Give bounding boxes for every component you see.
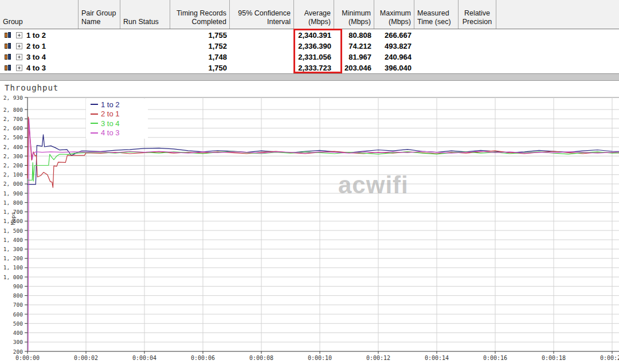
cell-timing_records: 1,750 xyxy=(170,64,230,72)
y-tick-label: 600 xyxy=(13,311,23,318)
throughput-chart-pane: Throughput 2, 9302, 8002, 7002, 6002, 50… xyxy=(0,81,619,364)
x-tick-label: 0:00:00 xyxy=(15,355,40,361)
expand-plus-icon[interactable] xyxy=(16,43,22,49)
y-tick-label: 1, 400 xyxy=(3,237,23,243)
column-header-pair_group_name[interactable]: Pair Group Name xyxy=(79,0,120,29)
column-header-group[interactable]: Group xyxy=(0,0,79,29)
group-cell: 3 to 4 xyxy=(0,53,79,61)
y-tick-label: 1, 300 xyxy=(3,246,23,252)
series-line-4-to-3 xyxy=(28,119,619,351)
y-tick-label: 300 xyxy=(13,339,23,345)
group-cell: 2 to 1 xyxy=(0,42,79,50)
column-header-run_status[interactable]: Run Status xyxy=(120,0,170,29)
cell-timing_records: 1,755 xyxy=(170,31,230,40)
expand-plus-icon[interactable] xyxy=(16,65,22,71)
pair-group-icon xyxy=(5,43,12,49)
x-tick-label: 0:00:14 xyxy=(425,355,449,361)
column-header-avg_mbps[interactable]: Average (Mbps) xyxy=(294,0,334,29)
y-tick-label: 2, 100 xyxy=(3,171,23,178)
legend-item-2-to-1: 2 to 1 xyxy=(86,109,148,119)
group-label: 1 to 2 xyxy=(26,31,46,40)
group-cell: 4 to 3 xyxy=(0,64,79,72)
x-tick-label: 0:00:04 xyxy=(132,355,156,361)
column-header-spacer[interactable] xyxy=(496,0,616,29)
y-tick-label: 200 xyxy=(13,349,23,355)
chart-legend: 1 to 22 to 13 to 44 to 3 xyxy=(86,99,148,139)
y-tick-label: 1, 100 xyxy=(3,264,23,271)
y-tick-label: 2, 400 xyxy=(3,144,23,150)
legend-label: 1 to 2 xyxy=(101,100,120,109)
x-tick-label: 0:00:20 xyxy=(600,355,619,361)
y-tick-label: 1, 800 xyxy=(3,199,23,206)
chart-title: Throughput xyxy=(5,83,58,92)
legend-label: 4 to 3 xyxy=(101,128,120,137)
y-tick-label: 700 xyxy=(13,302,23,308)
pair-results-table: GroupPair Group NameRun StatusTiming Rec… xyxy=(0,0,619,73)
group-label: 4 to 3 xyxy=(26,64,46,72)
cell-timing_records: 1,748 xyxy=(170,53,230,61)
y-tick-label: 800 xyxy=(13,292,23,299)
column-header-min_mbps[interactable]: Minimum (Mbps) xyxy=(334,0,374,29)
x-tick-label: 0:00:08 xyxy=(249,355,273,361)
y-tick-label: 2, 500 xyxy=(3,134,23,140)
expand-plus-icon[interactable] xyxy=(16,32,22,38)
column-header-timing_records[interactable]: Timing Records Completed xyxy=(170,0,230,29)
group-cell: 1 to 2 xyxy=(0,31,79,40)
legend-label: 2 to 1 xyxy=(101,109,120,118)
pair-group-icon xyxy=(5,65,12,71)
y-tick-label: 2, 930 xyxy=(3,95,23,101)
y-tick-label: 1, 500 xyxy=(3,228,23,234)
watermark: acwifi xyxy=(338,171,409,199)
y-tick-label: 2, 000 xyxy=(3,181,23,187)
y-tick-label: 1, 200 xyxy=(3,255,23,261)
legend-item-4-to-3: 4 to 3 xyxy=(86,128,148,138)
cell-max_mbps: 266.667 xyxy=(374,31,414,40)
x-tick-label: 0:00:06 xyxy=(191,355,215,361)
legend-line-swatch xyxy=(91,104,98,105)
y-tick-label: 2, 700 xyxy=(3,116,23,122)
y-tick-label: 1, 900 xyxy=(3,190,23,197)
column-header-relative_precision[interactable]: Relative Precision xyxy=(459,0,496,29)
x-tick-label: 0:00:18 xyxy=(542,355,566,361)
y-tick-label: 2, 300 xyxy=(3,153,23,159)
y-tick-label: 2, 200 xyxy=(3,162,23,169)
legend-line-swatch xyxy=(91,113,98,115)
expand-plus-icon[interactable] xyxy=(16,54,22,60)
cell-max_mbps: 396.040 xyxy=(374,64,414,72)
group-label: 3 to 4 xyxy=(26,53,46,61)
x-tick-label: 0:00:10 xyxy=(308,355,332,361)
y-tick-label: 2, 800 xyxy=(3,107,23,113)
legend-item-3-to-4: 3 to 4 xyxy=(86,119,148,128)
x-tick-label: 0:00:02 xyxy=(74,355,98,361)
table-header-row: GroupPair Group NameRun StatusTiming Rec… xyxy=(0,0,619,29)
group-label: 2 to 1 xyxy=(26,42,46,50)
pair-group-icon xyxy=(5,32,12,38)
cell-max_mbps: 493.827 xyxy=(374,42,414,50)
series-line-1-to-2 xyxy=(28,135,619,185)
x-tick-label: 0:00:16 xyxy=(483,355,507,361)
average-column-highlight xyxy=(293,29,342,73)
y-tick-label: 2, 600 xyxy=(3,125,23,131)
legend-item-1-to-2: 1 to 2 xyxy=(86,100,148,109)
y-tick-label: 500 xyxy=(13,320,23,327)
cell-max_mbps: 240.964 xyxy=(374,53,414,61)
y-tick-label: 1, 000 xyxy=(3,274,23,280)
legend-line-swatch xyxy=(91,123,98,124)
y-tick-label: 400 xyxy=(13,330,23,336)
pane-splitter[interactable] xyxy=(0,73,619,81)
x-tick-label: 0:00:12 xyxy=(366,355,390,361)
y-axis-title: Mbps xyxy=(10,212,16,225)
pair-group-icon xyxy=(5,54,12,60)
legend-line-swatch xyxy=(91,132,98,134)
column-header-confidence_interval[interactable]: 95% Confidence Interval xyxy=(230,0,294,29)
column-header-max_mbps[interactable]: Maximum (Mbps) xyxy=(374,0,414,29)
legend-label: 3 to 4 xyxy=(101,119,120,128)
column-header-measured_time[interactable]: Measured Time (sec) xyxy=(414,0,459,29)
y-tick-label: 900 xyxy=(13,283,23,289)
cell-timing_records: 1,752 xyxy=(170,42,230,50)
